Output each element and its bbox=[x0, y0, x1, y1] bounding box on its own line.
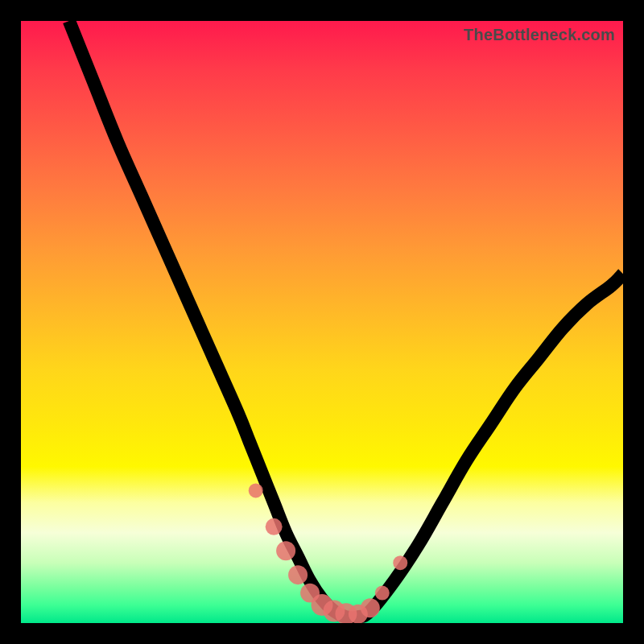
bottleneck-curve bbox=[69, 21, 623, 618]
plot-area: TheBottleneck.com bbox=[21, 21, 623, 623]
curve-marker bbox=[266, 518, 283, 535]
curve-marker bbox=[375, 586, 390, 601]
chart-frame: TheBottleneck.com bbox=[0, 0, 644, 644]
curve-marker bbox=[288, 565, 308, 584]
chart-svg bbox=[21, 21, 623, 623]
curve-marker bbox=[249, 483, 263, 497]
curve-marker bbox=[276, 541, 295, 560]
curve-marker bbox=[361, 598, 380, 617]
curve-marker bbox=[393, 555, 407, 570]
